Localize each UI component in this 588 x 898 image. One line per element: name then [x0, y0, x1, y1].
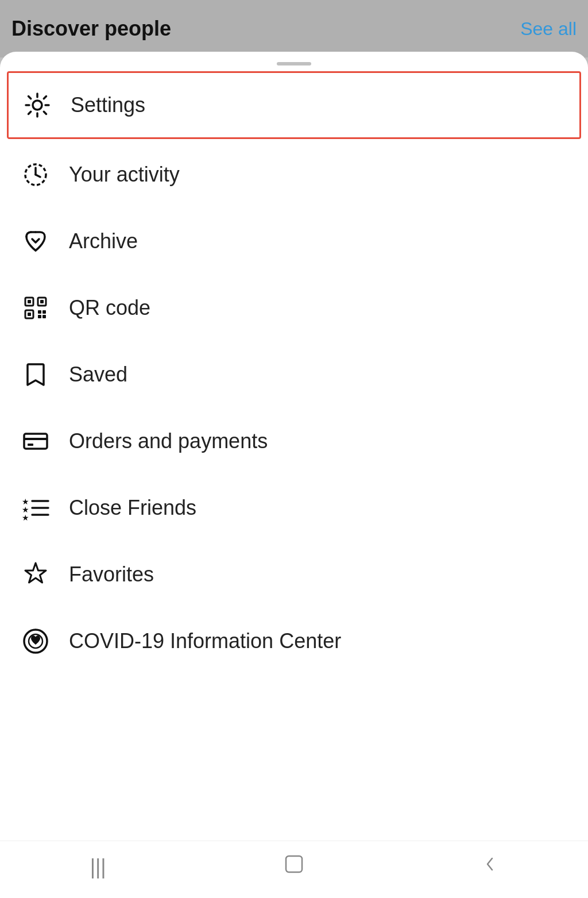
menu-item-close-friends[interactable]: ★ ★ ★ Close Friends: [0, 475, 588, 541]
covid-icon: [18, 624, 53, 658]
covid-label: COVID-19 Information Center: [69, 629, 341, 653]
back-button[interactable]: [467, 850, 513, 884]
archive-label: Archive: [69, 229, 138, 253]
favorites-label: Favorites: [69, 562, 154, 587]
menu-item-activity[interactable]: Your activity: [0, 141, 588, 208]
svg-rect-14: [28, 444, 33, 446]
close-friends-icon: ★ ★ ★: [18, 491, 53, 525]
qr-label: QR code: [69, 296, 150, 320]
svg-rect-23: [286, 856, 302, 872]
svg-rect-8: [38, 310, 41, 314]
settings-label: Settings: [71, 93, 145, 117]
svg-text:★: ★: [22, 513, 29, 522]
saved-label: Saved: [69, 363, 127, 387]
drag-handle[interactable]: [277, 62, 311, 65]
orders-button[interactable]: Orders and payments: [0, 408, 588, 475]
menu-item-orders[interactable]: Orders and payments: [0, 408, 588, 475]
menu-item-qr[interactable]: QR code: [0, 275, 588, 341]
svg-rect-7: [28, 313, 31, 316]
bottom-sheet: Settings Your activity: [0, 52, 588, 898]
activity-label: Your activity: [69, 163, 180, 187]
home-button[interactable]: [271, 850, 317, 884]
see-all-link[interactable]: See all: [520, 18, 577, 40]
svg-rect-3: [28, 300, 31, 303]
menu-list: Settings Your activity: [0, 71, 588, 675]
close-friends-label: Close Friends: [69, 496, 196, 520]
archive-icon: [18, 224, 53, 259]
svg-rect-10: [38, 315, 41, 318]
menu-item-favorites[interactable]: Favorites: [0, 541, 588, 608]
menu-item-saved[interactable]: Saved: [0, 341, 588, 408]
bookmark-icon: [18, 357, 53, 392]
back-icon: [479, 854, 500, 880]
qr-icon: [18, 291, 53, 325]
activity-button[interactable]: Your activity: [0, 141, 588, 208]
orders-label: Orders and payments: [69, 429, 268, 453]
qr-button[interactable]: QR code: [0, 275, 588, 341]
card-icon: [18, 424, 53, 458]
saved-button[interactable]: Saved: [0, 341, 588, 408]
menu-item-settings[interactable]: Settings: [0, 71, 588, 139]
activity-icon: [18, 157, 53, 192]
archive-button[interactable]: Archive: [0, 208, 588, 275]
recent-apps-button[interactable]: |||: [75, 850, 121, 884]
home-icon: [284, 854, 304, 880]
discover-title: Discover people: [11, 17, 171, 41]
svg-rect-9: [42, 310, 46, 314]
discover-header: Discover people See all: [0, 0, 588, 57]
bottom-nav: |||: [0, 841, 588, 898]
star-icon: [18, 557, 53, 592]
close-friends-button[interactable]: ★ ★ ★ Close Friends: [0, 475, 588, 541]
svg-rect-5: [40, 300, 44, 303]
covid-button[interactable]: COVID-19 Information Center: [0, 608, 588, 675]
recent-apps-icon: |||: [90, 855, 106, 879]
favorites-button[interactable]: Favorites: [0, 541, 588, 608]
svg-rect-11: [42, 315, 46, 318]
svg-point-0: [33, 101, 42, 110]
settings-button[interactable]: Settings: [7, 71, 581, 139]
menu-item-covid[interactable]: COVID-19 Information Center: [0, 608, 588, 675]
svg-rect-12: [24, 434, 47, 449]
menu-item-archive[interactable]: Archive: [0, 208, 588, 275]
gear-icon: [20, 88, 55, 122]
